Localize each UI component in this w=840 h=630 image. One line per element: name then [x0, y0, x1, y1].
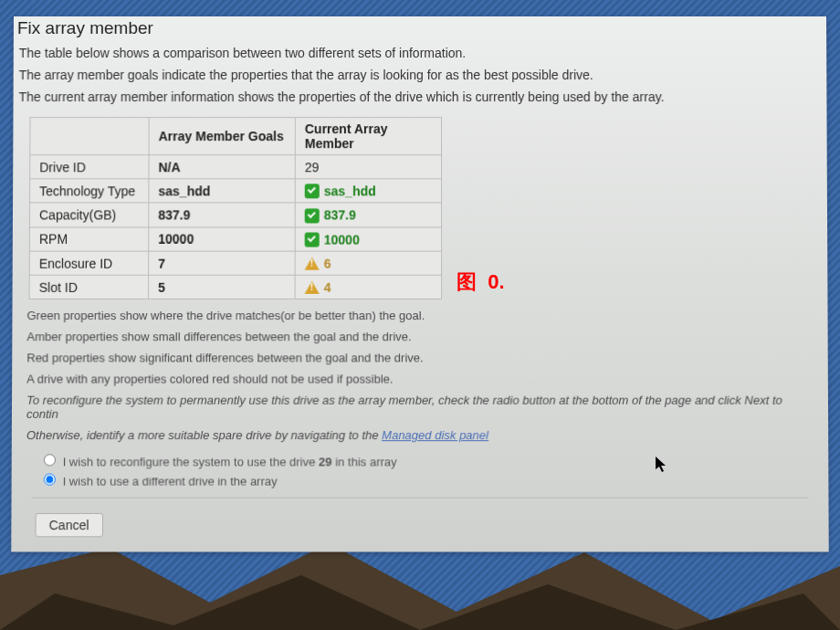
- row-goal: 5: [149, 275, 296, 299]
- row-goal: 7: [149, 251, 296, 275]
- row-current: 10000: [295, 227, 441, 251]
- mouse-cursor-icon: [656, 457, 668, 477]
- legend-amber: Amber properties show small differences …: [12, 327, 827, 348]
- row-label: Enclosure ID: [29, 251, 148, 275]
- row-current-value: 4: [324, 280, 331, 295]
- dialog-panel: Fix array member The table below shows a…: [11, 16, 828, 552]
- legend-red: Red properties show significant differen…: [12, 348, 828, 369]
- svg-marker-2: [656, 457, 666, 472]
- warning-icon: [305, 257, 320, 270]
- table-row: Slot ID54: [29, 275, 441, 299]
- table-row: Enclosure ID76: [29, 251, 441, 275]
- row-goal: N/A: [149, 155, 295, 179]
- instruction-otherwise-text: Otherwise, identify a more suitable spar…: [26, 429, 382, 443]
- row-current-value: sas_hdd: [324, 184, 376, 199]
- check-icon: [305, 232, 320, 247]
- row-label: RPM: [29, 227, 148, 251]
- table-row: Technology Typesas_hddsas_hdd: [30, 179, 442, 203]
- background-mountains: [0, 539, 840, 630]
- row-label: Slot ID: [29, 275, 149, 299]
- warning-icon: [305, 281, 320, 294]
- row-current: 837.9: [295, 203, 441, 226]
- row-current-value: 10000: [324, 232, 360, 247]
- row-current-value: 6: [324, 257, 331, 271]
- cancel-button[interactable]: Cancel: [35, 513, 102, 537]
- row-current-value: 837.9: [324, 208, 356, 223]
- option-different-drive-text: I wish to use a different drive in the a…: [63, 475, 278, 488]
- col-header-current: Current Array Member: [295, 118, 441, 155]
- row-current: 4: [295, 275, 442, 299]
- instruction-otherwise: Otherwise, identify a more suitable spar…: [12, 425, 828, 446]
- row-label: Capacity(GB): [29, 203, 148, 226]
- figure-label-overlay: 图 0.: [457, 268, 505, 296]
- check-icon: [305, 184, 320, 199]
- option-different-drive[interactable]: I wish to use a different drive in the a…: [39, 471, 829, 488]
- legend-red-avoid: A drive with any properties colored red …: [12, 369, 828, 390]
- row-goal: 10000: [149, 227, 295, 251]
- intro-line-2: The array member goals indicate the prop…: [14, 64, 827, 86]
- divider: [32, 498, 809, 499]
- dialog-title: Fix array member: [14, 18, 826, 42]
- option-reconfigure-text-b: in this array: [332, 456, 397, 469]
- figure-label-number: 0: [488, 270, 499, 293]
- choice-group: I wish to reconfigure the system to use …: [39, 452, 829, 488]
- intro-line-3: The current array member information sho…: [14, 86, 827, 108]
- comparison-table: Array Member Goals Current Array Member …: [29, 117, 442, 299]
- table-row: Capacity(GB)837.9837.9: [29, 203, 441, 226]
- option-reconfigure[interactable]: I wish to reconfigure the system to use …: [39, 452, 828, 469]
- row-current: 29: [295, 155, 441, 179]
- col-header-goals: Array Member Goals: [149, 118, 295, 155]
- table-row: Drive IDN/A29: [30, 155, 442, 179]
- check-icon: [305, 208, 320, 223]
- option-different-drive-radio[interactable]: [44, 474, 56, 486]
- option-reconfigure-radio[interactable]: [44, 455, 56, 467]
- row-current: sas_hdd: [295, 179, 441, 203]
- instruction-reconfigure: To reconfigure the system to permanently…: [12, 390, 828, 425]
- option-reconfigure-drive: 29: [319, 456, 332, 469]
- figure-label-text: 图: [457, 270, 477, 293]
- table-row: RPM1000010000: [29, 227, 441, 251]
- option-reconfigure-text-a: I wish to reconfigure the system to use …: [63, 456, 319, 469]
- row-goal: sas_hdd: [149, 179, 295, 203]
- row-label: Drive ID: [30, 155, 149, 179]
- row-current: 6: [295, 251, 441, 275]
- intro-line-1: The table below shows a comparison betwe…: [14, 42, 826, 64]
- legend-green: Green properties show where the drive ma…: [12, 305, 827, 326]
- row-goal: 837.9: [149, 203, 295, 226]
- row-label: Technology Type: [30, 179, 149, 203]
- managed-disk-panel-link[interactable]: Managed disk panel: [382, 429, 488, 443]
- col-header-blank: [30, 118, 149, 155]
